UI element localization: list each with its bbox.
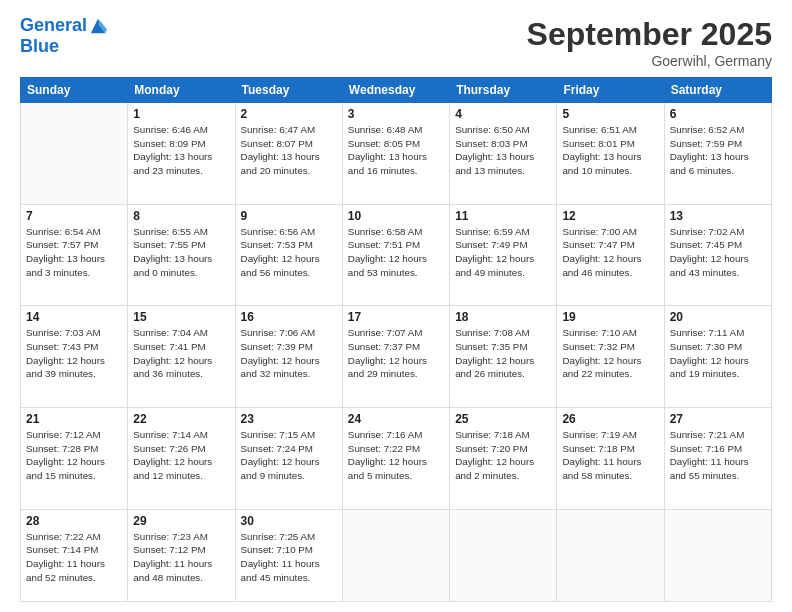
day-number: 19 [562, 310, 658, 324]
day-info: Sunrise: 7:16 AMSunset: 7:22 PMDaylight:… [348, 428, 444, 483]
calendar-cell [21, 103, 128, 205]
calendar-cell [557, 509, 664, 601]
weekday-header-thursday: Thursday [450, 78, 557, 103]
calendar-cell: 12Sunrise: 7:00 AMSunset: 7:47 PMDayligh… [557, 204, 664, 306]
day-info: Sunrise: 7:15 AMSunset: 7:24 PMDaylight:… [241, 428, 337, 483]
day-info: Sunrise: 7:12 AMSunset: 7:28 PMDaylight:… [26, 428, 122, 483]
logo-blue: Blue [20, 36, 59, 57]
calendar-cell: 6Sunrise: 6:52 AMSunset: 7:59 PMDaylight… [664, 103, 771, 205]
header: General Blue September 2025 Goerwihl, Ge… [20, 16, 772, 69]
day-number: 3 [348, 107, 444, 121]
calendar-cell: 11Sunrise: 6:59 AMSunset: 7:49 PMDayligh… [450, 204, 557, 306]
calendar-cell: 27Sunrise: 7:21 AMSunset: 7:16 PMDayligh… [664, 408, 771, 510]
day-info: Sunrise: 7:19 AMSunset: 7:18 PMDaylight:… [562, 428, 658, 483]
calendar-cell: 30Sunrise: 7:25 AMSunset: 7:10 PMDayligh… [235, 509, 342, 601]
day-info: Sunrise: 7:25 AMSunset: 7:10 PMDaylight:… [241, 530, 337, 585]
day-number: 7 [26, 209, 122, 223]
calendar-cell: 9Sunrise: 6:56 AMSunset: 7:53 PMDaylight… [235, 204, 342, 306]
calendar-cell: 1Sunrise: 6:46 AMSunset: 8:09 PMDaylight… [128, 103, 235, 205]
calendar-cell: 14Sunrise: 7:03 AMSunset: 7:43 PMDayligh… [21, 306, 128, 408]
calendar-cell: 24Sunrise: 7:16 AMSunset: 7:22 PMDayligh… [342, 408, 449, 510]
day-info: Sunrise: 7:00 AMSunset: 7:47 PMDaylight:… [562, 225, 658, 280]
calendar-cell: 4Sunrise: 6:50 AMSunset: 8:03 PMDaylight… [450, 103, 557, 205]
day-number: 9 [241, 209, 337, 223]
day-number: 17 [348, 310, 444, 324]
calendar-cell: 29Sunrise: 7:23 AMSunset: 7:12 PMDayligh… [128, 509, 235, 601]
calendar-cell: 25Sunrise: 7:18 AMSunset: 7:20 PMDayligh… [450, 408, 557, 510]
calendar-week-4: 21Sunrise: 7:12 AMSunset: 7:28 PMDayligh… [21, 408, 772, 510]
day-number: 12 [562, 209, 658, 223]
day-info: Sunrise: 6:51 AMSunset: 8:01 PMDaylight:… [562, 123, 658, 178]
day-number: 22 [133, 412, 229, 426]
day-number: 28 [26, 514, 122, 528]
calendar-cell: 15Sunrise: 7:04 AMSunset: 7:41 PMDayligh… [128, 306, 235, 408]
day-number: 1 [133, 107, 229, 121]
day-number: 2 [241, 107, 337, 121]
day-number: 15 [133, 310, 229, 324]
calendar-cell: 5Sunrise: 6:51 AMSunset: 8:01 PMDaylight… [557, 103, 664, 205]
day-number: 13 [670, 209, 766, 223]
logo-text: General [20, 16, 87, 36]
day-info: Sunrise: 7:23 AMSunset: 7:12 PMDaylight:… [133, 530, 229, 585]
page: General Blue September 2025 Goerwihl, Ge… [0, 0, 792, 612]
day-number: 14 [26, 310, 122, 324]
calendar-cell [664, 509, 771, 601]
day-info: Sunrise: 6:59 AMSunset: 7:49 PMDaylight:… [455, 225, 551, 280]
calendar-cell: 2Sunrise: 6:47 AMSunset: 8:07 PMDaylight… [235, 103, 342, 205]
weekday-header-saturday: Saturday [664, 78, 771, 103]
calendar-cell [342, 509, 449, 601]
day-number: 29 [133, 514, 229, 528]
calendar-cell: 20Sunrise: 7:11 AMSunset: 7:30 PMDayligh… [664, 306, 771, 408]
day-info: Sunrise: 7:11 AMSunset: 7:30 PMDaylight:… [670, 326, 766, 381]
day-info: Sunrise: 6:50 AMSunset: 8:03 PMDaylight:… [455, 123, 551, 178]
calendar-cell: 13Sunrise: 7:02 AMSunset: 7:45 PMDayligh… [664, 204, 771, 306]
calendar-week-2: 7Sunrise: 6:54 AMSunset: 7:57 PMDaylight… [21, 204, 772, 306]
day-number: 11 [455, 209, 551, 223]
day-number: 25 [455, 412, 551, 426]
calendar-week-5: 28Sunrise: 7:22 AMSunset: 7:14 PMDayligh… [21, 509, 772, 601]
calendar-cell: 16Sunrise: 7:06 AMSunset: 7:39 PMDayligh… [235, 306, 342, 408]
day-number: 26 [562, 412, 658, 426]
calendar-cell: 26Sunrise: 7:19 AMSunset: 7:18 PMDayligh… [557, 408, 664, 510]
day-info: Sunrise: 6:46 AMSunset: 8:09 PMDaylight:… [133, 123, 229, 178]
calendar-cell: 22Sunrise: 7:14 AMSunset: 7:26 PMDayligh… [128, 408, 235, 510]
day-number: 30 [241, 514, 337, 528]
calendar-cell: 17Sunrise: 7:07 AMSunset: 7:37 PMDayligh… [342, 306, 449, 408]
day-number: 24 [348, 412, 444, 426]
calendar-cell: 7Sunrise: 6:54 AMSunset: 7:57 PMDaylight… [21, 204, 128, 306]
day-info: Sunrise: 7:06 AMSunset: 7:39 PMDaylight:… [241, 326, 337, 381]
day-info: Sunrise: 7:08 AMSunset: 7:35 PMDaylight:… [455, 326, 551, 381]
day-info: Sunrise: 7:10 AMSunset: 7:32 PMDaylight:… [562, 326, 658, 381]
weekday-header-wednesday: Wednesday [342, 78, 449, 103]
calendar-cell: 10Sunrise: 6:58 AMSunset: 7:51 PMDayligh… [342, 204, 449, 306]
day-info: Sunrise: 6:48 AMSunset: 8:05 PMDaylight:… [348, 123, 444, 178]
logo: General Blue [20, 16, 107, 57]
day-info: Sunrise: 6:54 AMSunset: 7:57 PMDaylight:… [26, 225, 122, 280]
weekday-header-tuesday: Tuesday [235, 78, 342, 103]
day-number: 27 [670, 412, 766, 426]
day-info: Sunrise: 7:14 AMSunset: 7:26 PMDaylight:… [133, 428, 229, 483]
day-info: Sunrise: 6:52 AMSunset: 7:59 PMDaylight:… [670, 123, 766, 178]
calendar-cell: 28Sunrise: 7:22 AMSunset: 7:14 PMDayligh… [21, 509, 128, 601]
day-info: Sunrise: 6:47 AMSunset: 8:07 PMDaylight:… [241, 123, 337, 178]
weekday-header-friday: Friday [557, 78, 664, 103]
day-info: Sunrise: 6:55 AMSunset: 7:55 PMDaylight:… [133, 225, 229, 280]
month-title: September 2025 [527, 16, 772, 53]
day-number: 5 [562, 107, 658, 121]
day-number: 10 [348, 209, 444, 223]
location: Goerwihl, Germany [527, 53, 772, 69]
weekday-header-row: SundayMondayTuesdayWednesdayThursdayFrid… [21, 78, 772, 103]
weekday-header-sunday: Sunday [21, 78, 128, 103]
day-info: Sunrise: 7:03 AMSunset: 7:43 PMDaylight:… [26, 326, 122, 381]
day-number: 20 [670, 310, 766, 324]
weekday-header-monday: Monday [128, 78, 235, 103]
calendar-cell: 3Sunrise: 6:48 AMSunset: 8:05 PMDaylight… [342, 103, 449, 205]
day-info: Sunrise: 7:07 AMSunset: 7:37 PMDaylight:… [348, 326, 444, 381]
day-number: 8 [133, 209, 229, 223]
day-number: 21 [26, 412, 122, 426]
calendar-table: SundayMondayTuesdayWednesdayThursdayFrid… [20, 77, 772, 602]
day-info: Sunrise: 7:18 AMSunset: 7:20 PMDaylight:… [455, 428, 551, 483]
day-number: 16 [241, 310, 337, 324]
calendar-cell: 23Sunrise: 7:15 AMSunset: 7:24 PMDayligh… [235, 408, 342, 510]
day-number: 4 [455, 107, 551, 121]
